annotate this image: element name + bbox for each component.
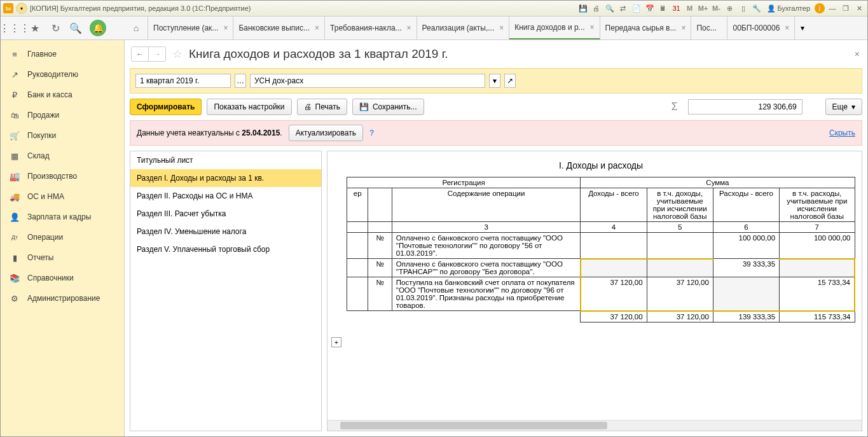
section-1[interactable]: Раздел I. Доходы и расходы за 1 кв. <box>130 169 321 187</box>
section-3[interactable]: Раздел III. Расчет убытка <box>130 205 321 223</box>
nav-warehouse[interactable]: ▦Склад <box>1 146 124 166</box>
table-row[interactable]: № Оплачено с банковского счета поставщик… <box>347 259 855 277</box>
print-button[interactable]: 🖨Печать <box>297 99 347 115</box>
nav-forward[interactable]: → <box>149 47 165 61</box>
truck-icon: 🚚 <box>10 191 20 202</box>
tab-2[interactable]: Требования-накла...× <box>325 17 417 39</box>
date-icon[interactable]: 31 <box>671 3 682 14</box>
section-title-page[interactable]: Титульный лист <box>130 151 321 169</box>
tab-5[interactable]: Передача сырья в...× <box>600 17 692 39</box>
minimize-icon[interactable]: — <box>827 3 838 14</box>
tab-close-icon[interactable]: × <box>785 24 789 32</box>
nav-main[interactable]: ≡Главное <box>1 44 124 64</box>
type-open[interactable]: ↗ <box>504 74 516 88</box>
nav-salary[interactable]: 👤Зарплата и кадры <box>1 207 124 227</box>
nav-bank[interactable]: ₽Банк и касса <box>1 85 124 105</box>
params-bar: 1 квартал 2019 г. … УСН дох-расх ▾ ↗ <box>130 68 862 94</box>
horizontal-scrollbar[interactable] <box>327 420 862 431</box>
titlebar: 1c ▾ [КОПИЯ] Бухгалтерия предприятия, ре… <box>1 1 867 17</box>
section-5[interactable]: Раздел V. Уплаченный торговый сбор <box>130 240 321 258</box>
warning-text: Данные учета неактуальны с 25.04.2015. <box>137 128 282 137</box>
memory-m[interactable]: M <box>684 3 696 14</box>
tab-0[interactable]: Поступление (ак...× <box>148 17 233 39</box>
nav-sales[interactable]: 🛍Продажи <box>1 105 124 125</box>
period-input[interactable]: 1 квартал 2019 г. <box>135 74 231 88</box>
type-dropdown[interactable]: ▾ <box>489 74 500 88</box>
sum-icon[interactable]: Σ <box>666 101 683 113</box>
tab-6[interactable]: Пос... <box>691 17 727 39</box>
table-row[interactable]: № Поступила на банковский счет оплата от… <box>347 277 855 311</box>
boxes-icon: ▦ <box>10 151 20 161</box>
save-button[interactable]: 💾Сохранить... <box>352 99 424 115</box>
header-col-er: ер <box>347 188 368 222</box>
actualize-button[interactable]: Актуализировать <box>289 125 363 141</box>
sidebar: ≡Главное ↗Руководителю ₽Банк и касса 🛍Пр… <box>1 40 125 436</box>
tab-close-icon[interactable]: × <box>223 24 228 32</box>
tabs-overflow[interactable]: ▾ <box>795 17 810 39</box>
tab-1[interactable]: Банковские выпис...× <box>233 17 325 39</box>
memory-mminus[interactable]: M- <box>711 3 722 14</box>
header-sum: Сумма <box>581 177 855 188</box>
copy-icon[interactable]: 📄 <box>631 3 642 14</box>
show-settings-button[interactable]: Показать настройки <box>207 99 291 115</box>
header-col-content: Содержание операции <box>392 188 581 222</box>
tab-3[interactable]: Реализация (акты,...× <box>417 17 510 39</box>
help-icon[interactable]: ? <box>369 128 374 137</box>
home-tab[interactable]: ⌂ <box>125 17 148 39</box>
section-4[interactable]: Раздел IV. Уменьшение налога <box>130 223 321 240</box>
menu-icon: ≡ <box>10 49 20 59</box>
calendar-icon[interactable]: 📅 <box>644 3 656 14</box>
tab-close-icon[interactable]: × <box>407 24 411 32</box>
maximize-icon[interactable]: ❐ <box>840 3 851 14</box>
preview-icon[interactable]: 🔍 <box>604 3 616 14</box>
nav-purchases[interactable]: 🛒Покупки <box>1 125 124 146</box>
nav-assets[interactable]: 🚚ОС и НМА <box>1 186 124 207</box>
panels-icon[interactable]: ▯ <box>738 3 749 14</box>
app-menu-dropdown[interactable]: ▾ <box>16 3 27 14</box>
memory-mplus[interactable]: M+ <box>698 3 709 14</box>
favorite-star-icon[interactable]: ★ <box>29 22 41 34</box>
nav-manager[interactable]: ↗Руководителю <box>1 64 124 85</box>
print-icon[interactable]: 🖨 <box>591 3 602 14</box>
nav-references[interactable]: 📚Справочники <box>1 268 124 288</box>
factory-icon: 🏭 <box>10 171 20 181</box>
tab-close-icon[interactable]: × <box>590 23 595 32</box>
search-icon[interactable]: 🔍 <box>69 22 82 34</box>
compare-icon[interactable]: ⇄ <box>617 3 629 14</box>
nav-production[interactable]: 🏭Производство <box>1 166 124 186</box>
history-icon[interactable]: ↻ <box>49 22 62 34</box>
tools-icon[interactable]: 🔧 <box>751 3 762 14</box>
tab-4[interactable]: Книга доходов и р...× <box>509 17 600 39</box>
report-area[interactable]: + I. Доходы и расходы Регистрация Сумма … <box>327 151 862 431</box>
page-close-icon[interactable]: × <box>855 49 860 59</box>
tab-close-icon[interactable]: × <box>681 24 685 32</box>
tab-close-icon[interactable]: × <box>315 24 319 32</box>
apps-grid-icon[interactable]: ⋮⋮⋮ <box>8 22 21 34</box>
period-picker[interactable]: … <box>235 74 246 88</box>
calculator-icon[interactable]: 🖩 <box>658 3 669 14</box>
zoom-in-icon[interactable]: ⊕ <box>724 3 736 14</box>
scrollbar-thumb[interactable] <box>340 422 607 429</box>
tab-extra[interactable]: 00БП-000006× <box>727 17 795 39</box>
nav-reports[interactable]: ▮Отчеты <box>1 247 124 268</box>
info-icon[interactable]: i <box>815 3 825 13</box>
more-button[interactable]: Еще ▾ <box>825 99 862 115</box>
books-icon: 📚 <box>10 273 20 283</box>
hide-link[interactable]: Скрыть <box>829 128 855 137</box>
close-icon[interactable]: ✕ <box>853 3 865 14</box>
table-row[interactable]: № Оплачено с банковского счета поставщик… <box>347 233 855 259</box>
tab-close-icon[interactable]: × <box>499 24 504 32</box>
expand-group-button[interactable]: + <box>331 337 341 347</box>
notifications-icon[interactable]: 🔔 <box>90 20 106 36</box>
nav-operations[interactable]: ДтОперации <box>1 227 124 247</box>
favorite-toggle[interactable]: ☆ <box>172 47 183 61</box>
nav-back[interactable]: ← <box>132 47 149 61</box>
section-2[interactable]: Раздел II. Расходы на ОС и НМА <box>130 187 321 205</box>
ruble-icon: ₽ <box>10 90 20 100</box>
nav-admin[interactable]: ⚙Администрирование <box>1 288 124 309</box>
total-field[interactable]: 129 306,69 <box>688 99 803 114</box>
form-button[interactable]: Сформировать <box>130 99 202 115</box>
current-user[interactable]: 👤 Бухгалтер <box>764 4 813 13</box>
type-input[interactable]: УСН дох-расх <box>250 74 485 88</box>
save-icon[interactable]: 💾 <box>577 3 589 14</box>
